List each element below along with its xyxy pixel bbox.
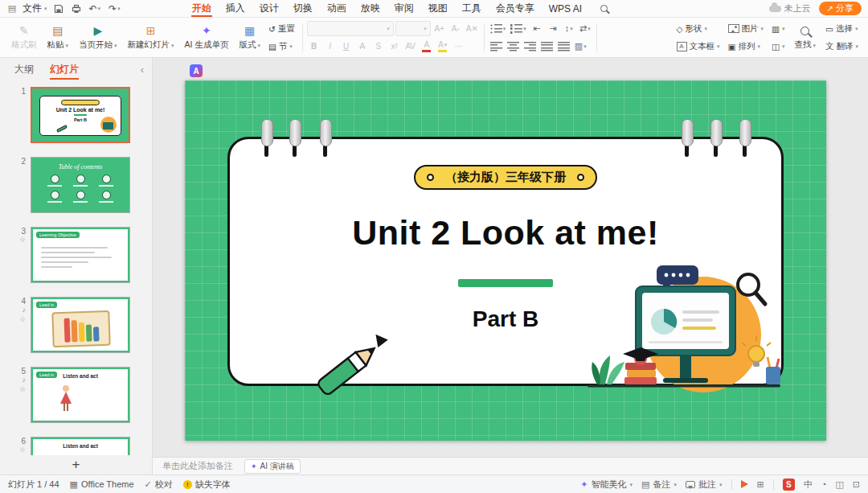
more-font-options-button[interactable]: ⋯ <box>452 39 466 54</box>
edition-badge[interactable]: （接力版）三年级下册 <box>414 165 597 190</box>
text-direction-glyph: ⇄ <box>579 24 587 33</box>
find-label-text: 查找 <box>794 39 811 51</box>
align-left-button[interactable] <box>489 39 504 54</box>
caret-down-icon: ▾ <box>114 43 117 48</box>
picture-button[interactable]: 图片▾ <box>725 21 768 36</box>
notes-toggle-button[interactable]: ▤ 备注 ▾ <box>641 479 677 491</box>
text-direction-button[interactable]: ⇄▾ <box>578 21 592 36</box>
save-button[interactable] <box>52 4 65 14</box>
theme-button[interactable]: ▦ Office Theme <box>70 479 134 490</box>
paste-button[interactable]: ▤粘贴▾ <box>43 19 74 55</box>
character-spacing-button[interactable]: AV <box>403 39 418 54</box>
tab-outline[interactable]: 大纲 <box>8 60 40 80</box>
superscript-button[interactable]: x² <box>387 39 402 54</box>
align-center-button[interactable] <box>506 39 521 54</box>
smart-beautify-button[interactable]: ✦ 智能美化 ▾ <box>580 479 633 491</box>
arrange-button[interactable]: ▣排列▾ <box>725 39 768 54</box>
bold-button[interactable]: B <box>307 39 321 54</box>
timer-button[interactable]: ◔ <box>821 479 827 489</box>
print-button[interactable] <box>70 4 83 14</box>
wps-ai-assistant-icon[interactable]: A <box>190 64 203 77</box>
chart-button[interactable]: ▥▾ <box>768 21 788 36</box>
highlight-color-button[interactable]: A▾ <box>436 39 450 54</box>
slide-thumbnail-6[interactable]: Listen and act <box>31 437 130 455</box>
toolbar-paragraph-group: ▾▾⇤⇥↕▾⇄▾ ▥▾ <box>489 19 592 55</box>
language-button[interactable]: 中 <box>804 479 813 491</box>
shapes-button[interactable]: ◇形状▾ <box>674 21 723 36</box>
menu-tab-home[interactable]: 开始 <box>185 0 219 17</box>
translate-button[interactable]: 文翻译▾ <box>822 39 862 54</box>
select-button[interactable]: ▭选择▾ <box>822 21 862 36</box>
slide-thumbnail-3[interactable]: Learning Objective <box>31 227 130 283</box>
proofing-button[interactable]: ✓ 校对 <box>145 479 173 491</box>
find-button[interactable]: 查找▾ <box>789 19 821 55</box>
slideshow-play-button[interactable] <box>741 480 748 488</box>
ai-generate-page-button[interactable]: ✦AI 生成单页 <box>180 19 234 55</box>
grid-view-button[interactable]: ◫ <box>835 479 843 490</box>
menu-tab-review[interactable]: 审阅 <box>387 0 421 17</box>
slide-thumbnail-2[interactable]: Table of contents <box>31 157 130 213</box>
menu-tab-vip[interactable]: 会员专享 <box>489 0 542 17</box>
slide-editor[interactable]: （接力版）三年级下册 Unit 2 Look at me! Part B <box>185 80 826 441</box>
increase-indent-button[interactable]: ⇥ <box>546 21 560 36</box>
caret-down-icon: ▾ <box>855 26 858 31</box>
decrease-font-size-button[interactable]: A- <box>448 21 463 36</box>
collapse-panel-icon[interactable]: ‹ <box>141 64 144 76</box>
italic-button[interactable]: I <box>323 39 338 54</box>
increase-font-size-button[interactable]: A+ <box>432 21 447 36</box>
clear-format-button[interactable]: A✕ <box>465 21 480 36</box>
menu-tab-transition[interactable]: 切换 <box>286 0 320 17</box>
wps-assistant-button[interactable]: S <box>783 479 795 491</box>
new-slide-button[interactable]: ⊞新建幻灯片▾ <box>123 19 179 55</box>
decrease-indent-button[interactable]: ⇤ <box>530 21 544 36</box>
text-shadow-button[interactable]: S <box>371 39 386 54</box>
ai-speech-button[interactable]: ✦ AI 演讲稿 <box>244 459 301 474</box>
cloud-sync-status[interactable]: 未上云 <box>769 2 811 14</box>
align-objects-button[interactable]: ◫▾ <box>768 39 788 54</box>
share-button[interactable]: ↗ 分享 <box>819 2 862 15</box>
tab-slides[interactable]: 幻灯片 <box>43 60 85 80</box>
missing-font-button[interactable]: ! 缺失字体 <box>183 479 231 491</box>
underline-button[interactable]: U <box>339 39 354 54</box>
comments-button[interactable]: 批注 ▾ <box>686 479 723 491</box>
align-right-button[interactable] <box>522 39 538 54</box>
slide-title[interactable]: Unit 2 Look at me! <box>230 213 781 253</box>
font-color-button[interactable]: A <box>420 39 434 54</box>
notes-icon: ▤ <box>641 479 649 490</box>
menu-tab-insert[interactable]: 插入 <box>219 0 252 17</box>
font-size-select[interactable]: ▾ <box>395 21 431 36</box>
notes-placeholder[interactable]: 单击此处添加备注 <box>162 460 233 472</box>
mini-girl-illustration <box>60 385 72 416</box>
normal-view-button[interactable]: ⊞ <box>757 479 764 490</box>
redo-button[interactable]: ↷▾ <box>107 3 122 14</box>
menu-tab-animation[interactable]: 动画 <box>320 0 354 17</box>
menu-tab-slideshow[interactable]: 放映 <box>354 0 387 17</box>
slide-thumbnail-5[interactable]: Lead inListen and act <box>31 367 130 423</box>
menu-tab-view[interactable]: 视图 <box>421 0 455 17</box>
numbering-button[interactable]: ▾ <box>509 21 528 36</box>
justify-button[interactable] <box>539 39 555 54</box>
slide-thumbnail-1[interactable]: Unit 2 Look at me!Part B <box>31 87 130 143</box>
menu-tab-design[interactable]: 设计 <box>252 0 286 17</box>
text-box-button[interactable]: A文本框▾ <box>674 39 723 54</box>
file-menu-button[interactable]: 文件 ▾ <box>23 2 47 15</box>
reset-button[interactable]: ↺重置 <box>265 21 298 36</box>
distribute-text-button[interactable] <box>556 39 571 54</box>
slide-number: 4 <box>21 297 26 306</box>
font-family-select[interactable]: ▾ <box>307 21 394 36</box>
menu-tab-tools[interactable]: 工具 <box>455 0 489 17</box>
slide-thumbnail-4[interactable]: Lead in <box>31 297 130 353</box>
columns-button[interactable]: ▥▾ <box>573 39 588 54</box>
menu-tab-wps-ai[interactable]: WPS AI <box>542 0 589 17</box>
presenter-view-button[interactable]: ⊡ <box>853 479 860 490</box>
search-button[interactable] <box>597 5 611 12</box>
layout-button[interactable]: ▦版式▾ <box>234 19 265 55</box>
strikethrough-button[interactable]: A <box>355 39 370 54</box>
undo-button[interactable]: ↶▾ <box>88 3 103 14</box>
section-button[interactable]: ▤节▾ <box>265 39 298 54</box>
format-painter-button[interactable]: ✎格式刷 <box>6 19 42 55</box>
play-from-current-button[interactable]: ▶当页开始▾ <box>74 19 122 55</box>
add-slide-button[interactable]: + <box>0 455 152 475</box>
bullets-button[interactable]: ▾ <box>489 21 508 36</box>
line-spacing-button[interactable]: ↕▾ <box>562 21 576 36</box>
